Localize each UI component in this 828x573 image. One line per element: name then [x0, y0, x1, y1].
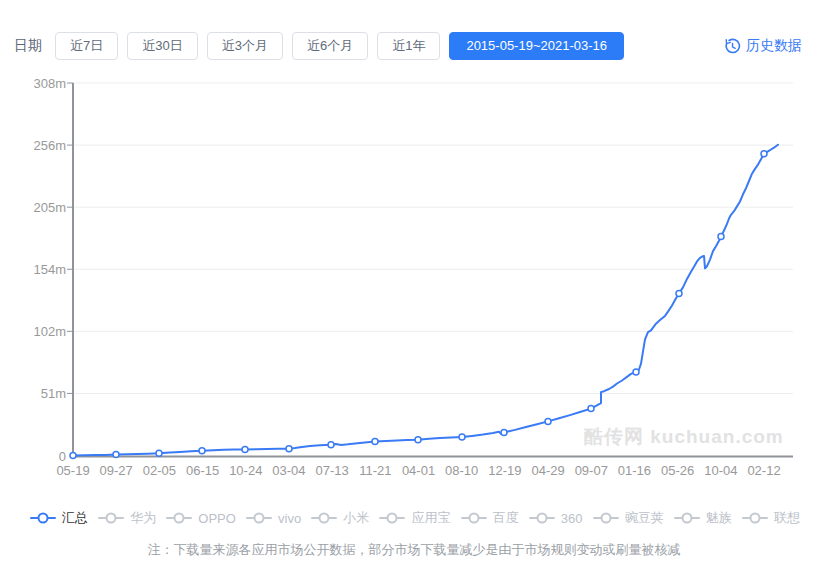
- legend-marker-dot: [106, 513, 117, 524]
- x-axis-label-04-01: 04-01: [402, 463, 435, 478]
- y-axis-label-308m: 308m: [18, 76, 66, 91]
- x-axis-label-09-27: 09-27: [100, 463, 133, 478]
- legend-marker-icon: [674, 513, 700, 524]
- legend-item-豌豆荚[interactable]: 豌豆荚: [593, 509, 664, 527]
- data-point-1: [113, 452, 119, 458]
- data-point-7: [372, 439, 378, 445]
- x-axis-label-01-16: 01-16: [618, 463, 651, 478]
- legend-label: 汇总: [62, 509, 88, 527]
- data-point-9: [459, 434, 465, 440]
- data-point-16: [761, 151, 767, 157]
- legend-label: OPPO: [198, 511, 236, 526]
- legend-marker-dot: [174, 513, 185, 524]
- legend-marker-icon: [246, 513, 272, 524]
- legend-marker-dot: [38, 513, 49, 524]
- legend-marker-dot: [468, 513, 479, 524]
- legend-marker-icon: [593, 513, 619, 524]
- legend-marker-icon: [379, 513, 405, 524]
- legend-label: 华为: [130, 509, 156, 527]
- legend-item-应用宝[interactable]: 应用宝: [379, 509, 450, 527]
- x-axis-label-04-29: 04-29: [531, 463, 564, 478]
- x-axis-label-05-19: 05-19: [56, 463, 89, 478]
- legend-item-百度[interactable]: 百度: [461, 509, 519, 527]
- data-point-3: [199, 448, 205, 454]
- data-point-15: [718, 234, 724, 240]
- y-axis-label-256m: 256m: [18, 138, 66, 153]
- data-point-14: [676, 290, 682, 296]
- legend-label: 豌豆荚: [625, 509, 664, 527]
- legend-label: 应用宝: [411, 509, 450, 527]
- footnote: 注：下载量来源各应用市场公开数据，部分市场下载量减少是由于市场规则变动或刷量被核…: [0, 541, 828, 559]
- data-point-6: [328, 442, 334, 448]
- data-point-13: [633, 369, 639, 375]
- legend-marker-icon: [30, 513, 56, 524]
- x-axis-label-12-19: 12-19: [488, 463, 521, 478]
- x-axis-label-08-10: 08-10: [445, 463, 478, 478]
- legend-marker-dot: [387, 513, 398, 524]
- x-axis-label-03-04: 03-04: [272, 463, 305, 478]
- data-point-10: [501, 429, 507, 435]
- download-trend-chart: 051m102m154m205m256m308m 05-1909-2702-05…: [0, 0, 828, 500]
- data-point-4: [242, 447, 248, 453]
- x-axis-label-07-13: 07-13: [316, 463, 349, 478]
- data-point-0: [70, 453, 76, 459]
- data-point-5: [286, 446, 292, 452]
- legend-marker-icon: [529, 513, 555, 524]
- legend-item-vivo[interactable]: vivo: [246, 511, 301, 526]
- legend-marker-dot: [319, 513, 330, 524]
- legend-marker-icon: [311, 513, 337, 524]
- kuchuan-watermark: 酷传网 kuchuan.com: [584, 424, 784, 450]
- x-axis-label-05-26: 05-26: [661, 463, 694, 478]
- legend-marker-dot: [681, 513, 692, 524]
- x-axis-label-02-05: 02-05: [143, 463, 176, 478]
- legend-item-小米[interactable]: 小米: [311, 509, 369, 527]
- legend-label: 360: [561, 511, 583, 526]
- y-axis-label-0: 0: [18, 448, 66, 463]
- y-axis-label-102m: 102m: [18, 324, 66, 339]
- legend-marker-dot: [536, 513, 547, 524]
- legend-label: 联想: [774, 509, 800, 527]
- legend-label: vivo: [278, 511, 301, 526]
- legend-marker-dot: [254, 513, 265, 524]
- legend-marker-icon: [98, 513, 124, 524]
- legend-label: 魅族: [706, 509, 732, 527]
- x-axis-label-10-04: 10-04: [704, 463, 737, 478]
- x-axis-label-11-21: 11-21: [359, 463, 391, 478]
- legend-item-汇总[interactable]: 汇总: [30, 509, 88, 527]
- data-point-2: [156, 450, 162, 456]
- legend-item-华为[interactable]: 华为: [98, 509, 156, 527]
- y-axis-label-51m: 51m: [18, 386, 66, 401]
- legend-marker-dot: [749, 513, 760, 524]
- x-axis-label-10-24: 10-24: [229, 463, 262, 478]
- series-line-huizong: [73, 145, 778, 456]
- legend-marker-icon: [742, 513, 768, 524]
- legend-label: 小米: [343, 509, 369, 527]
- legend-item-魅族[interactable]: 魅族: [674, 509, 732, 527]
- legend-item-OPPO[interactable]: OPPO: [166, 511, 236, 526]
- chart-legend: 汇总华为OPPOvivo小米应用宝百度360豌豆荚魅族联想: [30, 507, 800, 529]
- x-axis-label-09-07: 09-07: [575, 463, 608, 478]
- legend-marker-icon: [461, 513, 487, 524]
- data-point-11: [545, 418, 551, 424]
- legend-marker-dot: [600, 513, 611, 524]
- legend-item-联想[interactable]: 联想: [742, 509, 800, 527]
- data-point-12: [588, 406, 594, 412]
- legend-marker-icon: [166, 513, 192, 524]
- y-axis-label-154m: 154m: [18, 262, 66, 277]
- legend-item-360[interactable]: 360: [529, 511, 583, 526]
- data-point-8: [415, 437, 421, 443]
- legend-label: 百度: [493, 509, 519, 527]
- y-axis-label-205m: 205m: [18, 200, 66, 215]
- x-axis-label-02-12: 02-12: [747, 463, 780, 478]
- x-axis-label-06-15: 06-15: [186, 463, 219, 478]
